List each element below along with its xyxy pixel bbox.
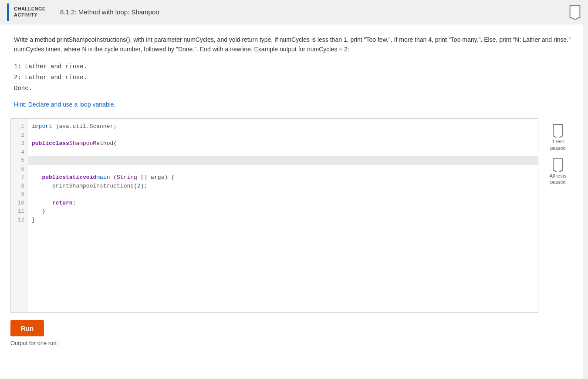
code-line-blank9 <box>28 292 538 301</box>
code-line-10: return; <box>28 199 538 208</box>
test1-bookmark-icon <box>552 124 564 138</box>
run-area: Run Output for one run: <box>0 313 588 353</box>
output-label: Output for one run: <box>10 340 578 346</box>
challenge-title: 8.1.2: Method with loop: Shampoo. <box>60 8 569 16</box>
code-line-6 <box>28 165 538 174</box>
code-line-3: public class ShampooMethod { <box>28 139 538 148</box>
line-num-7: 7 <box>11 173 28 182</box>
line-num-12: 12 <box>11 216 28 225</box>
description-paragraph: Write a method printShampooInstructions(… <box>14 35 574 54</box>
line-numbers: 1 2 3 4 5 6 7 8 9 10 11 12 <box>11 119 28 312</box>
challenge-label: CHALLENGE ACTIVITY <box>14 6 46 17</box>
code-line-8: printShampooInstructions(2); <box>28 182 538 191</box>
code-line-7: public static void main (String [] args)… <box>28 173 538 182</box>
code-line-blank3 <box>28 241 538 250</box>
test1-label: 1 test passed <box>550 138 565 151</box>
challenge-header: CHALLENGE ACTIVITY 8.1.2: Method with lo… <box>0 0 588 24</box>
test-results-panel: 1 test passed All tests passed <box>538 118 578 313</box>
line-num-1: 1 <box>11 122 28 131</box>
code-editor[interactable]: 1 2 3 4 5 6 7 8 9 10 11 12 import java.u… <box>10 118 538 313</box>
header-divider <box>53 6 53 19</box>
line-num-11: 11 <box>11 207 28 216</box>
line-num-5: 5 <box>11 156 28 165</box>
bookmark-icon-header[interactable] <box>569 5 581 20</box>
code-line-blank8 <box>28 284 538 292</box>
description-area: Write a method printShampooInstructions(… <box>0 24 588 115</box>
line-num-9: 9 <box>11 190 28 199</box>
blue-accent-bar <box>7 3 9 21</box>
code-line-blank1 <box>28 224 538 233</box>
code-line-4 <box>28 148 538 157</box>
code-line-11: } <box>28 207 538 216</box>
run-button[interactable]: Run <box>10 320 44 336</box>
test2-bookmark-icon <box>552 158 564 172</box>
code-example: 1: Lather and rinse. 2: Lather and rinse… <box>14 61 574 94</box>
line-num-4: 4 <box>11 148 28 157</box>
code-line-blank5 <box>28 258 538 267</box>
line-num-8: 8 <box>11 182 28 191</box>
code-example-line2: 2: Lather and rinse. <box>14 72 574 83</box>
hint-text: Hint: Declare and use a loop variable. <box>14 101 574 108</box>
code-example-line3: Done. <box>14 83 574 94</box>
test2-label: All tests passed <box>550 173 567 185</box>
challenge-label-line2: ACTIVITY <box>14 12 46 18</box>
code-line-blank2 <box>28 233 538 241</box>
code-line-blank7 <box>28 275 538 284</box>
line-num-3: 3 <box>11 139 28 148</box>
code-line-5[interactable] <box>28 156 538 165</box>
test2-result: All tests passed <box>550 158 567 185</box>
challenge-label-line1: CHALLENGE <box>14 6 46 12</box>
code-content[interactable]: import java.util.Scanner; public class S… <box>28 119 538 312</box>
line-num-10: 10 <box>11 199 28 208</box>
code-line-blank4 <box>28 250 538 258</box>
page-scrollbar[interactable] <box>583 0 588 379</box>
line-num-6: 6 <box>11 165 28 174</box>
test1-result: 1 test passed <box>550 124 565 151</box>
line-num-2: 2 <box>11 131 28 140</box>
code-line-2 <box>28 131 538 140</box>
editor-section: 1 2 3 4 5 6 7 8 9 10 11 12 import java.u… <box>10 118 578 313</box>
code-example-line1: 1: Lather and rinse. <box>14 61 574 72</box>
code-line-blank6 <box>28 267 538 275</box>
code-line-9 <box>28 190 538 199</box>
code-line-1: import java.util.Scanner; <box>28 122 538 131</box>
code-line-blank10 <box>28 301 538 309</box>
code-line-12: } <box>28 216 538 225</box>
